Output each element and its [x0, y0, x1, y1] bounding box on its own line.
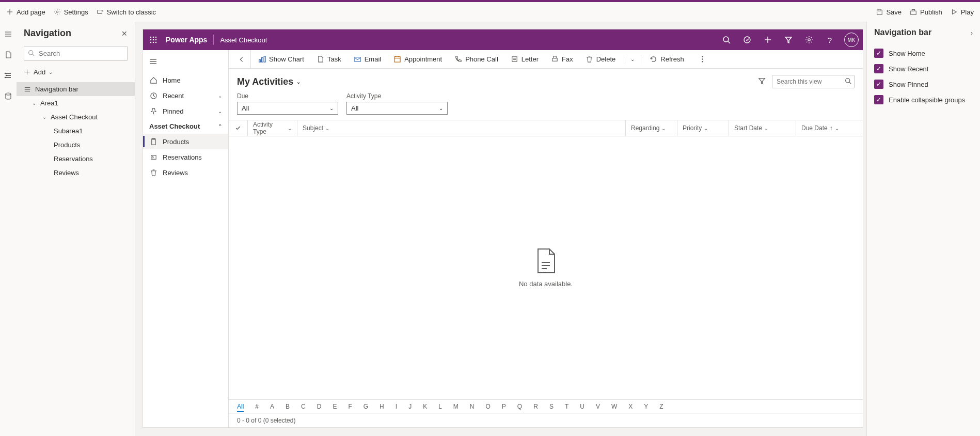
cmd-delete[interactable]: Delete — [580, 50, 621, 68]
checkbox-enable-collapsible[interactable]: ✓Enable collapsible groups — [874, 92, 973, 107]
alpha-E[interactable]: E — [333, 403, 337, 412]
avatar[interactable]: MK — [844, 33, 859, 47]
alpha-W[interactable]: W — [611, 403, 617, 412]
hamburger-icon[interactable] — [143, 52, 228, 72]
checkbox-show-pinned[interactable]: ✓Show Pinned — [874, 76, 973, 92]
switch-classic-button[interactable]: Switch to classic — [97, 8, 156, 16]
alpha-M[interactable]: M — [453, 403, 459, 412]
alpha-S[interactable]: S — [549, 403, 554, 412]
alpha-Z[interactable]: Z — [659, 403, 663, 412]
alpha-P[interactable]: P — [502, 403, 506, 412]
save-button[interactable]: Save — [876, 8, 902, 16]
cmd-refresh[interactable]: Refresh — [644, 50, 689, 68]
col-checkbox[interactable] — [229, 120, 247, 136]
activity-type-select[interactable]: All⌄ — [346, 102, 448, 115]
cmd-email[interactable]: Email — [349, 50, 387, 68]
sitemap-group-asset-checkout[interactable]: Asset Checkout⌃ — [143, 119, 228, 134]
svg-point-23 — [150, 37, 152, 38]
sitemap-products[interactable]: Products — [143, 134, 228, 149]
alpha-U[interactable]: U — [580, 403, 584, 412]
sitemap-pinned[interactable]: Pinned⌄ — [143, 103, 228, 119]
view-search-input[interactable] — [772, 75, 855, 88]
waffle-icon[interactable] — [143, 36, 164, 44]
alpha-G[interactable]: G — [363, 403, 368, 412]
empty-doc-icon — [535, 248, 556, 274]
view-filter-icon[interactable] — [758, 77, 766, 86]
header-help-icon[interactable]: ? — [819, 29, 840, 50]
header-search-icon[interactable] — [716, 29, 737, 50]
cmd-phone-call[interactable]: Phone Call — [449, 50, 503, 68]
alpha-L[interactable]: L — [438, 403, 442, 412]
collapse-icon[interactable]: › — [971, 29, 973, 37]
col-subject[interactable]: Subject⌄ — [297, 120, 625, 136]
header-add-icon[interactable] — [757, 29, 778, 50]
alpha-J[interactable]: J — [408, 403, 412, 412]
alpha-I[interactable]: I — [396, 403, 397, 412]
cmd-fax[interactable]: Fax — [546, 50, 578, 68]
alpha-N[interactable]: N — [470, 403, 475, 412]
alpha-K[interactable]: K — [423, 403, 427, 412]
sitemap-home[interactable]: Home — [143, 72, 228, 88]
cmd-delete-split[interactable]: ⌄ — [627, 50, 638, 68]
alpha-T[interactable]: T — [565, 403, 568, 412]
play-button[interactable]: Play — [951, 8, 974, 16]
alpha-R[interactable]: R — [533, 403, 538, 412]
close-icon[interactable]: ✕ — [121, 29, 128, 38]
header-filter-icon[interactable] — [778, 29, 799, 50]
sitemap-reservations[interactable]: Reservations — [143, 149, 228, 165]
col-priority[interactable]: Priority⌄ — [677, 120, 729, 136]
alpha-Y[interactable]: Y — [644, 403, 648, 412]
col-due-date[interactable]: Due Date↑⌄ — [796, 120, 863, 136]
add-button[interactable]: Add ⌄ — [17, 64, 135, 80]
alpha-O[interactable]: O — [486, 403, 491, 412]
alpha-V[interactable]: V — [596, 403, 600, 412]
sitemap-recent[interactable]: Recent⌄ — [143, 88, 228, 103]
view-selector[interactable]: My Activities ⌄ — [237, 76, 301, 87]
alpha-F[interactable]: F — [348, 403, 352, 412]
alpha-Q[interactable]: Q — [517, 403, 522, 412]
rail-nav-icon[interactable] — [4, 71, 12, 80]
cmd-overflow[interactable] — [693, 50, 712, 68]
sitemap-reviews[interactable]: Reviews — [143, 165, 228, 180]
tree-item-subarea1[interactable]: Subarea1 — [17, 124, 135, 138]
col-start-date[interactable]: Start Date⌄ — [729, 120, 796, 136]
alpha-A[interactable]: A — [270, 403, 274, 412]
settings-button[interactable]: Settings — [54, 8, 88, 16]
tree-item-products[interactable]: Products — [17, 138, 135, 152]
alpha-#[interactable]: # — [255, 403, 259, 412]
cmd-appointment[interactable]: Appointment — [388, 50, 447, 68]
col-regarding[interactable]: Regarding⌄ — [625, 120, 677, 136]
col-activity-type[interactable]: Activity Type⌄ — [247, 120, 297, 136]
cmd-letter[interactable]: Letter — [505, 50, 544, 68]
cmd-task[interactable]: Task — [311, 50, 346, 68]
alpha-B[interactable]: B — [286, 403, 290, 412]
tree-item-reservations[interactable]: Reservations — [17, 152, 135, 166]
alpha-All[interactable]: All — [237, 403, 244, 412]
rail-page-icon[interactable] — [4, 51, 12, 59]
alpha-H[interactable]: H — [380, 403, 384, 412]
alpha-X[interactable]: X — [628, 403, 633, 412]
cmd-show-chart[interactable]: Show Chart — [253, 50, 309, 68]
tree-item-navigation-bar[interactable]: Navigation bar — [17, 82, 135, 96]
tree-item-asset-checkout[interactable]: ⌄ Asset Checkout — [17, 110, 135, 124]
alpha-C[interactable]: C — [301, 403, 306, 412]
search-icon[interactable] — [845, 77, 851, 86]
rail-tree-icon[interactable] — [4, 30, 12, 38]
switch-classic-label: Switch to classic — [107, 8, 156, 16]
back-button[interactable] — [233, 50, 251, 68]
tree-item-reviews[interactable]: Reviews — [17, 166, 135, 180]
add-page-button[interactable]: Add page — [6, 8, 45, 16]
checkbox-show-recent[interactable]: ✓Show Recent — [874, 61, 973, 76]
checkbox-show-home[interactable]: ✓Show Home — [874, 45, 973, 61]
publish-button[interactable]: Publish — [910, 8, 942, 16]
header-target-icon[interactable] — [737, 29, 757, 50]
tree-item-area1[interactable]: ⌄ Area1 — [17, 96, 135, 110]
due-select[interactable]: All⌄ — [237, 102, 338, 115]
rail-data-icon[interactable] — [4, 92, 12, 100]
header-gear-icon[interactable] — [799, 29, 819, 50]
grid-header: Activity Type⌄ Subject⌄ Regarding⌄ Prior… — [229, 120, 863, 136]
alpha-D[interactable]: D — [317, 403, 322, 412]
badge-icon — [149, 153, 157, 161]
nav-panel-title: Navigation — [24, 28, 71, 39]
nav-search-input[interactable] — [24, 46, 128, 61]
